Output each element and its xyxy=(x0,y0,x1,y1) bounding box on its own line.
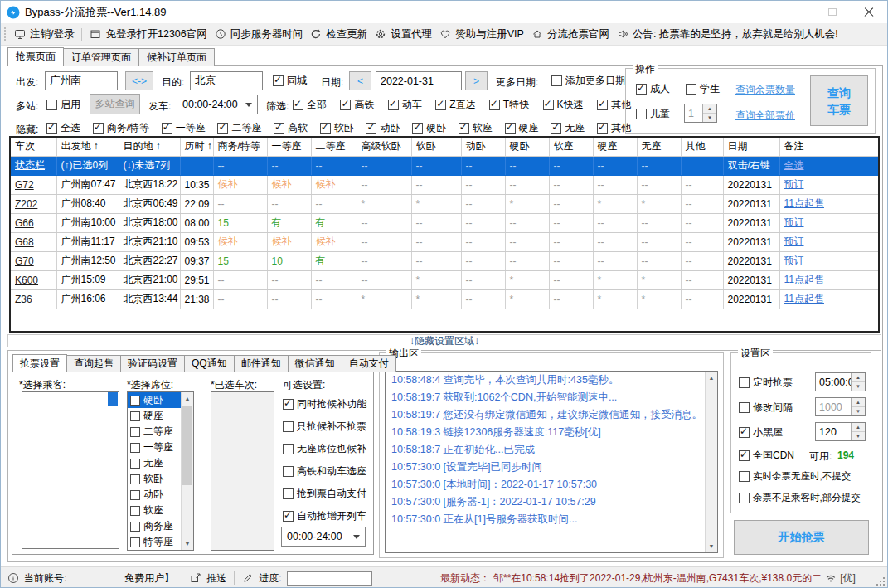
train-number-link[interactable]: Z202 xyxy=(11,194,56,213)
adult-checkbox[interactable]: 成人 xyxy=(636,82,670,96)
hide-all-checkbox[interactable]: 全选 xyxy=(46,121,80,135)
train-number-link[interactable]: Z36 xyxy=(11,289,56,309)
spin-up-icon[interactable] xyxy=(852,373,865,382)
hide-no-seat-checkbox[interactable]: 无座 xyxy=(551,121,585,135)
spin-up-icon[interactable] xyxy=(852,398,865,407)
check-update-button[interactable]: 检查更新 xyxy=(310,27,367,41)
minimize-button[interactable] xyxy=(778,1,814,23)
tab-qq-notify[interactable]: QQ通知 xyxy=(184,355,235,372)
book-link[interactable]: 预订 xyxy=(779,213,878,232)
table-row[interactable]: G70 广州南12:50 北京西22:27 09:37 15 10 有 -- -… xyxy=(11,251,878,270)
train-number-link[interactable]: G68 xyxy=(11,232,56,251)
depart-input[interactable]: 广州南 xyxy=(45,71,118,90)
table-row[interactable]: G66 广州南10:00 北京西18:00 08:00 15 有 有 -- --… xyxy=(11,213,878,232)
col-soft-sleeper[interactable]: 软卧 xyxy=(411,138,461,156)
col-hard-sleeper[interactable]: 硬卧 xyxy=(505,138,549,156)
proxy-settings-button[interactable]: 设置代理 xyxy=(375,27,432,41)
filter-t-checkbox[interactable]: T特快 xyxy=(489,98,529,112)
filter-k-checkbox[interactable]: K快速 xyxy=(543,98,584,112)
spin-down-icon[interactable] xyxy=(852,407,865,415)
child-count-stepper[interactable]: 1 xyxy=(684,104,717,123)
spin-down-icon[interactable] xyxy=(703,114,716,122)
query-remaining-tickets-link[interactable]: 查询余票数量 xyxy=(735,83,795,97)
status-row-title[interactable]: 状态栏 xyxy=(11,156,56,175)
tab-grab-settings[interactable]: 抢票设置 xyxy=(12,354,67,372)
selected-trains-listbox[interactable] xyxy=(211,391,274,551)
option-seat-select-checkbox[interactable]: 高铁和动车选座 xyxy=(283,464,366,479)
filter-z-checkbox[interactable]: Z直达 xyxy=(435,98,475,112)
filter-dongche-checkbox[interactable]: 动车 xyxy=(388,98,422,112)
col-date[interactable]: 日期 xyxy=(723,138,779,156)
sale-time-link[interactable]: 11点起售 xyxy=(779,194,878,213)
hide-first-class-checkbox[interactable]: 一等座 xyxy=(162,121,206,135)
col-business[interactable]: 商务/特等 xyxy=(213,138,267,156)
spin-up-icon[interactable] xyxy=(703,104,716,114)
table-row[interactable]: K600 广州15:09 北京西21:00 29:51 -- -- -- -- … xyxy=(11,270,878,289)
book-link[interactable]: 预订 xyxy=(779,232,878,251)
train-number-link[interactable]: K600 xyxy=(11,270,56,289)
hide-dong-sleeper-checkbox[interactable]: 动卧 xyxy=(366,121,400,135)
same-city-checkbox[interactable]: 同城 xyxy=(273,74,307,88)
blacklist-stepper[interactable]: 120 xyxy=(815,422,866,441)
hide-gaoruan-checkbox[interactable]: 高软 xyxy=(274,121,308,135)
hide-soft-seat-checkbox[interactable]: 软座 xyxy=(459,121,493,135)
table-row[interactable]: G68 广州南11:17 北京西21:10 09:53 候补 候补 候补 -- … xyxy=(11,232,878,251)
status-row[interactable]: 状态栏 (↑)已选0列 (↓)未选7列 -- -- -- -- -- -- --… xyxy=(11,156,878,175)
tab-captcha-settings[interactable]: 验证码设置 xyxy=(120,355,185,372)
option-noseat-waitlist-checkbox[interactable]: 无座席位也候补 xyxy=(283,442,366,456)
col-deluxe-soft[interactable]: 高级软卧 xyxy=(357,138,411,156)
option-extra-trains-checkbox[interactable]: 自动抢增开列车 xyxy=(283,509,366,523)
col-train[interactable]: 车次 xyxy=(11,138,56,156)
hide-settings-divider[interactable]: ↓隐藏设置区域↓ xyxy=(7,334,881,347)
col-from[interactable]: 出发地 ↑ xyxy=(56,138,119,156)
train-number-link[interactable]: G72 xyxy=(11,175,56,194)
date-next-button[interactable]: > xyxy=(465,71,488,90)
tab-order-management[interactable]: 订单管理页面 xyxy=(63,48,139,66)
col-other[interactable]: 其他 xyxy=(681,138,723,156)
book-link[interactable]: 预订 xyxy=(779,175,878,194)
enable-multi-station-checkbox[interactable]: 启用 xyxy=(46,98,80,112)
sync-server-time-button[interactable]: 同步服务器时间 xyxy=(215,27,303,41)
hide-hard-sleeper-checkbox[interactable]: 硬卧 xyxy=(412,121,446,135)
time-range-combo[interactable]: 00:00-24:00 xyxy=(281,527,366,547)
national-cdn-checkbox[interactable]: 全国CDN xyxy=(739,449,794,463)
tab-grab-page[interactable]: 抢票页面 xyxy=(7,47,64,66)
col-duration[interactable]: 历时 ↑ xyxy=(180,138,213,156)
filter-gaotie-checkbox[interactable]: 高铁 xyxy=(340,98,374,112)
tab-wechat-notify[interactable]: 微信通知 xyxy=(288,355,342,372)
col-soft-seat[interactable]: 软座 xyxy=(549,138,593,156)
spin-down-icon[interactable] xyxy=(852,432,865,440)
tab-waitlist-orders[interactable]: 候补订单页面 xyxy=(138,48,215,66)
output-scrollbar[interactable] xyxy=(705,372,717,552)
col-dong-sleeper[interactable]: 动卧 xyxy=(461,138,505,156)
train-number-link[interactable]: G66 xyxy=(11,213,56,232)
query-tickets-button[interactable]: 查询 车票 xyxy=(810,75,868,126)
passenger-listbox[interactable] xyxy=(22,391,119,549)
date-prev-button[interactable]: < xyxy=(349,71,371,90)
train-number-link[interactable]: G70 xyxy=(11,251,56,270)
close-button[interactable] xyxy=(851,1,887,23)
option-waitlist-only-checkbox[interactable]: 只抢候补不抢票 xyxy=(283,420,366,434)
sale-time-link[interactable]: 11点起售 xyxy=(779,270,878,289)
student-checkbox[interactable]: 学生 xyxy=(686,82,720,96)
col-hard-seat[interactable]: 硬座 xyxy=(593,138,637,156)
tab-query-onsale[interactable]: 查询起售 xyxy=(66,355,121,372)
col-note[interactable]: 备注 xyxy=(779,138,878,156)
hide-hard-seat-checkbox[interactable]: 硬座 xyxy=(505,121,539,135)
timed-grab-checkbox[interactable]: 定时抢票 xyxy=(739,376,793,390)
scroll-down-icon[interactable] xyxy=(706,540,717,552)
swap-stations-button[interactable]: <-> xyxy=(125,71,153,90)
table-row[interactable]: Z202 广州08:40 北京西06:49 22:09 -- -- -- * *… xyxy=(11,194,878,213)
output-log[interactable]: 10:58:48:4 查询完毕，本次查询共用时:435毫秒。 10:58:19:… xyxy=(385,371,718,553)
multi-station-query-button[interactable]: 多站查询 xyxy=(90,94,140,114)
depart-time-combo[interactable]: 00:00-24:00 xyxy=(177,95,258,114)
partial-submit-checkbox[interactable]: 余票不足乘客时,部分提交 xyxy=(739,492,861,504)
interval-stepper[interactable]: 1000 xyxy=(815,397,866,416)
logout-login-button[interactable]: 注销/登录 xyxy=(14,27,74,41)
option-grab-waitlist-checkbox[interactable]: 同时抢候补功能 xyxy=(283,397,366,411)
col-first[interactable]: 一等座 xyxy=(267,138,311,156)
scroll-up-icon[interactable] xyxy=(182,392,193,405)
seat-listbox[interactable]: 硬卧 硬座 二等座 一等座 无座 软卧 动卧 软座 商务座 特等座 xyxy=(127,391,194,551)
seat-list-scrollbar[interactable] xyxy=(181,392,193,550)
noseat-nosubmit-checkbox[interactable]: 实时余票无座时,不提交 xyxy=(739,470,851,483)
